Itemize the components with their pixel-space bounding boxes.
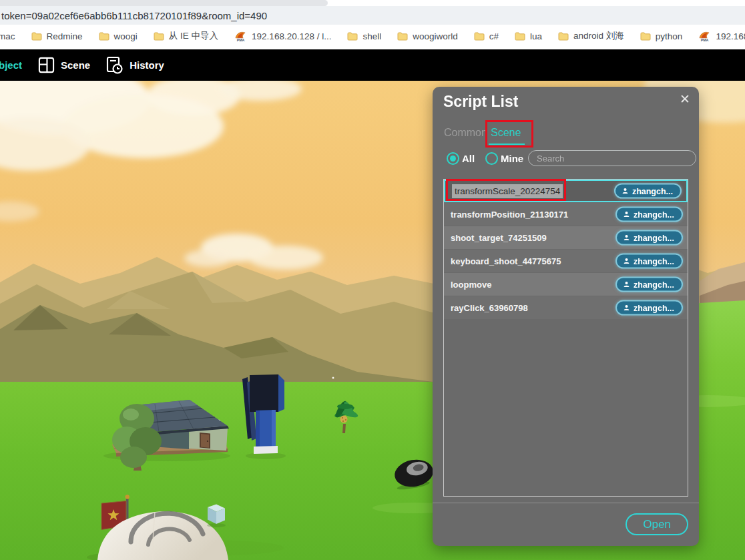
radio-mine-label: Mine xyxy=(501,153,523,164)
folder-icon xyxy=(154,32,164,41)
bookmark-label: mac xyxy=(0,31,15,41)
folder-icon xyxy=(515,32,525,41)
owner-badge[interactable]: zhangch... xyxy=(615,254,683,269)
script-name: keyboard_shoot_44775675 xyxy=(451,256,561,266)
toolbar-history-label: History xyxy=(130,59,164,71)
folder-icon xyxy=(474,32,485,41)
owner-name: zhangch... xyxy=(634,303,674,312)
bookmark-item[interactable]: PMA c# xyxy=(474,31,499,41)
pma-icon: PMA xyxy=(234,31,247,42)
folder-icon xyxy=(31,32,42,41)
script-name: rayClick_63960798 xyxy=(451,303,528,313)
person-icon xyxy=(622,188,629,195)
person-icon xyxy=(623,234,630,242)
person-icon xyxy=(623,211,630,218)
bookmark-item[interactable]: PMA woogi xyxy=(99,31,138,41)
editor-toolbar: bject Scene History xyxy=(0,47,745,81)
script-list-item[interactable]: rayClick_63960798 zhangch... xyxy=(444,296,688,319)
bookmark-item[interactable]: PMA 192.168.20.128 / l... xyxy=(234,31,331,42)
folder-icon xyxy=(99,32,109,41)
bookmark-item[interactable]: PMA mac xyxy=(0,31,15,41)
script-list-item[interactable]: loopmove zhangch... xyxy=(444,273,688,296)
owner-badge[interactable]: zhangch... xyxy=(614,184,682,199)
history-icon xyxy=(106,56,123,75)
bookmark-label: woogi xyxy=(114,31,138,41)
browser-tab[interactable] xyxy=(0,0,328,6)
bookmark-item[interactable]: PMA 从 IE 中导入 xyxy=(154,30,218,42)
bookmark-item[interactable]: PMA 192.168.19.128 / l... xyxy=(698,31,745,42)
close-icon[interactable]: ✕ xyxy=(680,93,690,105)
person-icon xyxy=(623,281,630,288)
active-tab-underline xyxy=(489,144,525,145)
owner-badge[interactable]: zhangch... xyxy=(615,300,683,316)
url-text: token=09a02cef6e6abb6b111cb81720101f89&r… xyxy=(0,10,267,21)
script-list-item[interactable]: keyboard_shoot_44775675 zhangch... xyxy=(444,250,688,272)
folder-icon xyxy=(640,32,651,41)
browser-tab-strip xyxy=(0,0,745,6)
dialog-title: Script List xyxy=(443,93,518,111)
bookmark-item[interactable]: PMA Redmine xyxy=(31,31,83,41)
toolbar-history-button[interactable]: History xyxy=(106,56,164,75)
radio-all[interactable] xyxy=(447,152,459,165)
tab-common[interactable]: Common xyxy=(444,127,487,139)
script-list-item[interactable]: shoot_target_74251509 zhangch... xyxy=(444,226,688,249)
bookmark-label: 从 IE 中导入 xyxy=(169,30,218,42)
toolbar-scene-button[interactable]: Scene xyxy=(38,57,90,73)
bookmark-item[interactable]: PMA shell xyxy=(347,31,381,41)
script-list: transformScale_20224754 zhangch... trans… xyxy=(443,179,688,497)
owner-badge[interactable]: zhangch... xyxy=(615,230,683,246)
bookmark-item[interactable]: PMA woogiworld xyxy=(397,31,458,41)
bookmark-item[interactable]: PMA python xyxy=(640,31,683,41)
svg-text:PMA: PMA xyxy=(237,38,245,42)
person-icon xyxy=(623,258,630,265)
bookmark-label: python xyxy=(656,31,683,41)
bookmark-label: woogiworld xyxy=(413,31,458,41)
pma-icon: PMA xyxy=(698,31,711,42)
svg-text:PMA: PMA xyxy=(701,38,709,42)
owner-badge[interactable]: zhangch... xyxy=(615,207,683,222)
owner-name: zhangch... xyxy=(634,210,674,219)
script-name: transformPosition_21130171 xyxy=(451,210,568,220)
bookmark-label: Redmine xyxy=(47,31,83,41)
owner-name: zhangch... xyxy=(634,280,674,289)
script-name: loopmove xyxy=(451,280,491,290)
bookmark-item[interactable]: PMA lua xyxy=(515,31,542,41)
bookmark-label: c# xyxy=(489,31,499,41)
script-list-item[interactable]: transformPosition_21130171 zhangch... xyxy=(444,203,688,226)
toolbar-object-button[interactable]: bject xyxy=(0,59,22,71)
radio-mine[interactable] xyxy=(485,152,498,165)
bookmark-label: 192.168.19.128 / l... xyxy=(716,31,745,41)
script-name: shoot_target_74251509 xyxy=(451,233,547,243)
bookmark-label: shell xyxy=(362,31,381,41)
script-name: transformScale_20224754 xyxy=(452,184,563,198)
footer-divider xyxy=(433,503,699,503)
bookmark-label: android 刘海 xyxy=(573,30,624,42)
script-list-item[interactable]: transformScale_20224754 zhangch... xyxy=(444,180,688,202)
address-bar[interactable]: token=09a02cef6e6abb6b111cb81720101f89&r… xyxy=(0,6,745,25)
bookmarks-bar: PMA mac PMA Redmine PMA woogi xyxy=(0,25,745,48)
toolbar-scene-label: Scene xyxy=(61,59,90,71)
bookmark-label: lua xyxy=(530,31,542,41)
scene-layout-icon xyxy=(38,57,55,73)
owner-name: zhangch... xyxy=(634,256,674,266)
owner-name: zhangch... xyxy=(632,186,673,196)
folder-icon xyxy=(558,32,569,41)
folder-icon xyxy=(397,32,408,41)
open-button[interactable]: Open xyxy=(626,513,688,535)
script-list-dialog: Script List ✕ Common Scene All Mine tran… xyxy=(433,87,699,546)
bookmark-label: 192.168.20.128 / l... xyxy=(252,31,331,41)
folder-icon xyxy=(347,32,358,41)
radio-all-label: All xyxy=(462,153,475,164)
search-input[interactable] xyxy=(528,150,696,166)
tab-scene[interactable]: Scene xyxy=(491,127,521,139)
owner-name: zhangch... xyxy=(634,233,674,242)
person-icon xyxy=(623,304,630,312)
owner-badge[interactable]: zhangch... xyxy=(615,277,683,292)
bookmark-item[interactable]: PMA android 刘海 xyxy=(558,30,624,42)
